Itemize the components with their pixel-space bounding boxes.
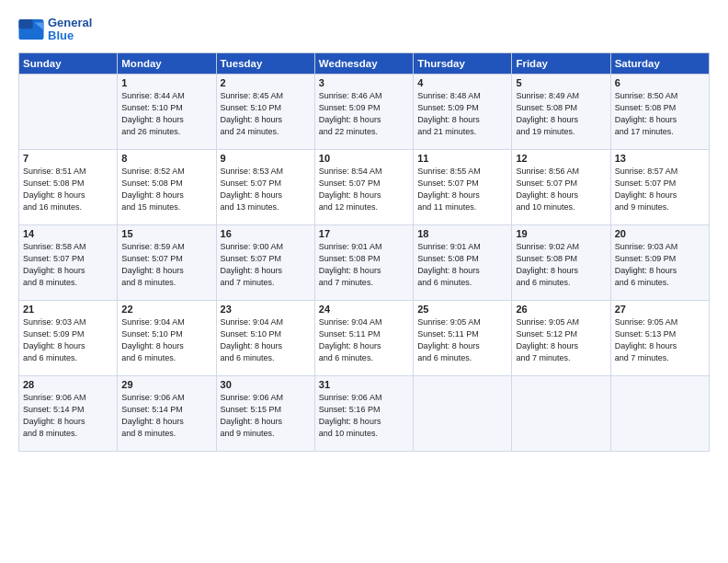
col-header-wednesday: Wednesday <box>314 52 413 74</box>
day-info: Sunrise: 9:00 AM Sunset: 5:07 PM Dayligh… <box>221 241 311 289</box>
day-info: Sunrise: 9:04 AM Sunset: 5:11 PM Dayligh… <box>319 316 409 364</box>
day-number: 13 <box>615 153 705 164</box>
day-number: 6 <box>615 77 705 88</box>
day-info: Sunrise: 9:06 AM Sunset: 5:15 PM Dayligh… <box>221 392 311 440</box>
day-number: 2 <box>221 77 311 88</box>
day-cell: 17Sunrise: 9:01 AM Sunset: 5:08 PM Dayli… <box>314 224 413 300</box>
day-info: Sunrise: 9:03 AM Sunset: 5:09 PM Dayligh… <box>23 316 113 364</box>
day-cell: 22Sunrise: 9:04 AM Sunset: 5:10 PM Dayli… <box>118 300 216 375</box>
day-number: 19 <box>516 228 606 239</box>
day-info: Sunrise: 9:05 AM Sunset: 5:12 PM Dayligh… <box>516 316 606 364</box>
day-cell: 5Sunrise: 8:49 AM Sunset: 5:08 PM Daylig… <box>512 74 610 149</box>
week-row-3: 14Sunrise: 8:58 AM Sunset: 5:07 PM Dayli… <box>19 224 710 300</box>
day-info: Sunrise: 9:02 AM Sunset: 5:08 PM Dayligh… <box>516 241 606 289</box>
day-cell: 30Sunrise: 9:06 AM Sunset: 5:15 PM Dayli… <box>216 375 314 451</box>
day-cell: 18Sunrise: 9:01 AM Sunset: 5:08 PM Dayli… <box>414 224 512 300</box>
day-cell <box>610 375 709 451</box>
day-info: Sunrise: 8:44 AM Sunset: 5:10 PM Dayligh… <box>121 90 211 138</box>
day-number: 28 <box>23 379 113 390</box>
header: General Blue <box>18 17 710 43</box>
day-cell <box>512 375 610 451</box>
day-cell <box>414 375 512 451</box>
day-number: 1 <box>121 77 211 88</box>
day-info: Sunrise: 8:48 AM Sunset: 5:09 PM Dayligh… <box>417 90 507 138</box>
day-number: 10 <box>319 153 409 164</box>
day-cell: 4Sunrise: 8:48 AM Sunset: 5:09 PM Daylig… <box>414 74 512 149</box>
week-row-1: 1Sunrise: 8:44 AM Sunset: 5:10 PM Daylig… <box>19 74 710 149</box>
day-cell: 19Sunrise: 9:02 AM Sunset: 5:08 PM Dayli… <box>512 224 610 300</box>
day-number: 25 <box>417 304 507 315</box>
day-number: 4 <box>417 77 507 88</box>
day-number: 31 <box>319 379 409 390</box>
day-info: Sunrise: 9:04 AM Sunset: 5:10 PM Dayligh… <box>121 316 211 364</box>
day-number: 27 <box>615 304 705 315</box>
day-number: 15 <box>121 228 211 239</box>
col-header-monday: Monday <box>118 52 216 74</box>
day-number: 20 <box>615 228 705 239</box>
day-number: 29 <box>121 379 211 390</box>
logo: General Blue <box>18 17 92 43</box>
svg-rect-2 <box>18 19 32 29</box>
day-cell: 21Sunrise: 9:03 AM Sunset: 5:09 PM Dayli… <box>19 300 118 375</box>
logo-text: General Blue <box>48 17 92 43</box>
col-header-saturday: Saturday <box>610 52 709 74</box>
day-cell <box>19 74 118 149</box>
day-cell: 20Sunrise: 9:03 AM Sunset: 5:09 PM Dayli… <box>610 224 709 300</box>
col-header-thursday: Thursday <box>414 52 512 74</box>
day-number: 21 <box>23 304 113 315</box>
week-row-5: 28Sunrise: 9:06 AM Sunset: 5:14 PM Dayli… <box>19 375 710 451</box>
day-cell: 31Sunrise: 9:06 AM Sunset: 5:16 PM Dayli… <box>314 375 413 451</box>
header-row: SundayMondayTuesdayWednesdayThursdayFrid… <box>19 52 710 74</box>
day-number: 5 <box>516 77 606 88</box>
day-info: Sunrise: 8:57 AM Sunset: 5:07 PM Dayligh… <box>615 166 705 213</box>
day-info: Sunrise: 8:55 AM Sunset: 5:07 PM Dayligh… <box>417 166 507 213</box>
day-info: Sunrise: 9:06 AM Sunset: 5:16 PM Dayligh… <box>319 392 409 440</box>
day-info: Sunrise: 9:06 AM Sunset: 5:14 PM Dayligh… <box>23 392 113 440</box>
day-cell: 13Sunrise: 8:57 AM Sunset: 5:07 PM Dayli… <box>610 149 709 224</box>
col-header-friday: Friday <box>512 52 610 74</box>
day-cell: 9Sunrise: 8:53 AM Sunset: 5:07 PM Daylig… <box>216 149 314 224</box>
day-cell: 26Sunrise: 9:05 AM Sunset: 5:12 PM Dayli… <box>512 300 610 375</box>
col-header-tuesday: Tuesday <box>216 52 314 74</box>
day-number: 8 <box>121 153 211 164</box>
logo-icon <box>18 19 44 40</box>
col-header-sunday: Sunday <box>19 52 118 74</box>
day-number: 12 <box>516 153 606 164</box>
day-number: 17 <box>319 228 409 239</box>
day-cell: 25Sunrise: 9:05 AM Sunset: 5:11 PM Dayli… <box>414 300 512 375</box>
day-info: Sunrise: 9:01 AM Sunset: 5:08 PM Dayligh… <box>319 241 409 289</box>
day-number: 9 <box>221 153 311 164</box>
day-cell: 14Sunrise: 8:58 AM Sunset: 5:07 PM Dayli… <box>19 224 118 300</box>
day-cell: 23Sunrise: 9:04 AM Sunset: 5:10 PM Dayli… <box>216 300 314 375</box>
day-info: Sunrise: 9:06 AM Sunset: 5:14 PM Dayligh… <box>121 392 211 440</box>
week-row-2: 7Sunrise: 8:51 AM Sunset: 5:08 PM Daylig… <box>19 149 710 224</box>
day-info: Sunrise: 9:01 AM Sunset: 5:08 PM Dayligh… <box>417 241 507 289</box>
day-cell: 15Sunrise: 8:59 AM Sunset: 5:07 PM Dayli… <box>118 224 216 300</box>
day-number: 24 <box>319 304 409 315</box>
day-info: Sunrise: 8:56 AM Sunset: 5:07 PM Dayligh… <box>516 166 606 213</box>
day-cell: 16Sunrise: 9:00 AM Sunset: 5:07 PM Dayli… <box>216 224 314 300</box>
day-info: Sunrise: 8:49 AM Sunset: 5:08 PM Dayligh… <box>516 90 606 138</box>
day-cell: 10Sunrise: 8:54 AM Sunset: 5:07 PM Dayli… <box>314 149 413 224</box>
day-number: 3 <box>319 77 409 88</box>
day-cell: 11Sunrise: 8:55 AM Sunset: 5:07 PM Dayli… <box>414 149 512 224</box>
day-cell: 2Sunrise: 8:45 AM Sunset: 5:10 PM Daylig… <box>216 74 314 149</box>
calendar-table: SundayMondayTuesdayWednesdayThursdayFrid… <box>18 52 710 452</box>
day-info: Sunrise: 8:54 AM Sunset: 5:07 PM Dayligh… <box>319 166 409 213</box>
day-info: Sunrise: 9:04 AM Sunset: 5:10 PM Dayligh… <box>221 316 311 364</box>
day-number: 30 <box>221 379 311 390</box>
day-info: Sunrise: 8:51 AM Sunset: 5:08 PM Dayligh… <box>23 166 113 213</box>
day-cell: 28Sunrise: 9:06 AM Sunset: 5:14 PM Dayli… <box>19 375 118 451</box>
day-number: 26 <box>516 304 606 315</box>
day-number: 23 <box>221 304 311 315</box>
week-row-4: 21Sunrise: 9:03 AM Sunset: 5:09 PM Dayli… <box>19 300 710 375</box>
day-info: Sunrise: 9:03 AM Sunset: 5:09 PM Dayligh… <box>615 241 705 289</box>
day-cell: 29Sunrise: 9:06 AM Sunset: 5:14 PM Dayli… <box>118 375 216 451</box>
day-info: Sunrise: 8:59 AM Sunset: 5:07 PM Dayligh… <box>121 241 211 289</box>
day-cell: 24Sunrise: 9:04 AM Sunset: 5:11 PM Dayli… <box>314 300 413 375</box>
day-cell: 27Sunrise: 9:05 AM Sunset: 5:13 PM Dayli… <box>610 300 709 375</box>
day-number: 11 <box>417 153 507 164</box>
day-info: Sunrise: 8:46 AM Sunset: 5:09 PM Dayligh… <box>319 90 409 138</box>
day-cell: 6Sunrise: 8:50 AM Sunset: 5:08 PM Daylig… <box>610 74 709 149</box>
day-number: 7 <box>23 153 113 164</box>
